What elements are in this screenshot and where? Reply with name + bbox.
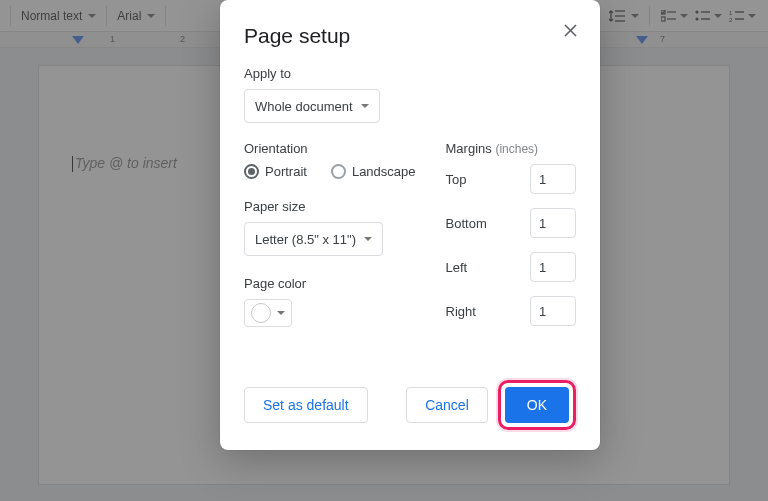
chevron-down-icon (277, 311, 285, 315)
margin-right-input[interactable] (530, 296, 576, 326)
orientation-portrait-radio[interactable]: Portrait (244, 164, 307, 179)
margin-top-input[interactable] (530, 164, 576, 194)
page-color-select[interactable] (244, 299, 292, 327)
apply-to-select[interactable]: Whole document (244, 89, 380, 123)
ok-button[interactable]: OK (505, 387, 569, 423)
dialog-title: Page setup (244, 24, 576, 48)
margin-left-input[interactable] (530, 252, 576, 282)
radio-unchecked-icon (331, 164, 346, 179)
close-icon[interactable] (560, 20, 580, 40)
margin-right-label: Right (446, 304, 476, 319)
margins-label: Margins (inches) (446, 141, 576, 156)
cancel-button[interactable]: Cancel (406, 387, 488, 423)
page-setup-dialog: Page setup Apply to Whole document Orien… (220, 0, 600, 450)
paper-size-value: Letter (8.5" x 11") (255, 232, 356, 247)
color-swatch-icon (251, 303, 271, 323)
orientation-landscape-radio[interactable]: Landscape (331, 164, 416, 179)
apply-to-label: Apply to (244, 66, 576, 81)
radio-checked-icon (244, 164, 259, 179)
margin-bottom-input[interactable] (530, 208, 576, 238)
margins-hint: (inches) (495, 142, 538, 156)
paper-size-select[interactable]: Letter (8.5" x 11") (244, 222, 383, 256)
set-as-default-button[interactable]: Set as default (244, 387, 368, 423)
chevron-down-icon (364, 237, 372, 241)
page-color-label: Page color (244, 276, 416, 291)
apply-to-value: Whole document (255, 99, 353, 114)
orientation-portrait-label: Portrait (265, 164, 307, 179)
margin-bottom-label: Bottom (446, 216, 487, 231)
orientation-label: Orientation (244, 141, 416, 156)
chevron-down-icon (361, 104, 369, 108)
orientation-landscape-label: Landscape (352, 164, 416, 179)
ok-button-highlight: OK (498, 380, 576, 430)
paper-size-label: Paper size (244, 199, 416, 214)
margin-top-label: Top (446, 172, 467, 187)
margin-left-label: Left (446, 260, 468, 275)
